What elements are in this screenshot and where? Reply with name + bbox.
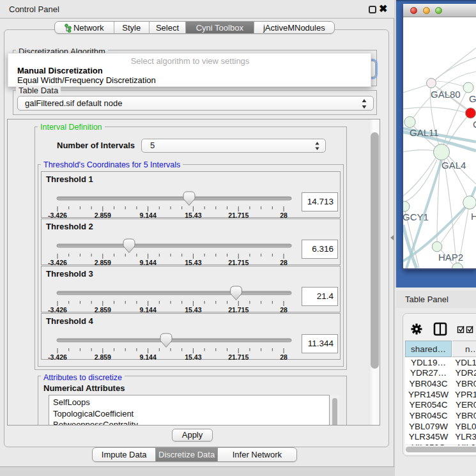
svg-text:HAP2: HAP2 bbox=[438, 252, 463, 263]
svg-text:GAL11: GAL11 bbox=[410, 127, 439, 138]
svg-text:GAL4: GAL4 bbox=[441, 160, 466, 171]
svg-text:H: H bbox=[471, 211, 476, 222]
svg-text:G.: G. bbox=[469, 93, 476, 104]
svg-text:C: C bbox=[473, 119, 476, 130]
svg-text:GAL80: GAL80 bbox=[431, 89, 461, 100]
svg-text:GCY1: GCY1 bbox=[403, 211, 429, 222]
